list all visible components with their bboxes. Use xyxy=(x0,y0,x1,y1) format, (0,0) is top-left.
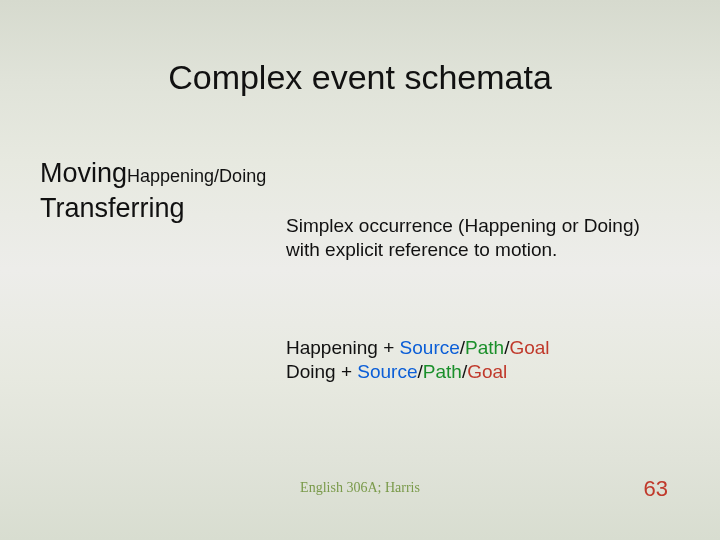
slide-title: Complex event schemata xyxy=(0,58,720,97)
definition-text: Simplex occurrence (Happening or Doing) … xyxy=(286,214,666,262)
term-moving: MovingHappening/Doing xyxy=(40,158,266,189)
slide: Complex event schemata MovingHappening/D… xyxy=(0,0,720,540)
formula-goal: Goal xyxy=(509,337,549,358)
formula-line-1: Happening + Source/Path/Goal xyxy=(286,336,686,360)
formula-source: Source xyxy=(357,361,417,382)
left-terms: MovingHappening/Doing Transferring xyxy=(40,158,266,224)
formula-goal: Goal xyxy=(467,361,507,382)
formula-source: Source xyxy=(400,337,460,358)
formula-block: Happening + Source/Path/Goal Doing + Sou… xyxy=(286,336,686,384)
formula-path: Path xyxy=(465,337,504,358)
footer-course: English 306A; Harris xyxy=(0,480,720,496)
page-number: 63 xyxy=(644,476,668,502)
formula-line-2: Doing + Source/Path/Goal xyxy=(286,360,686,384)
term-moving-sub: Happening/Doing xyxy=(127,166,266,186)
term-transferring: Transferring xyxy=(40,193,266,224)
formula-line-1-pre: Happening + xyxy=(286,337,400,358)
term-moving-text: Moving xyxy=(40,158,127,188)
formula-path: Path xyxy=(423,361,462,382)
formula-line-2-pre: Doing + xyxy=(286,361,357,382)
